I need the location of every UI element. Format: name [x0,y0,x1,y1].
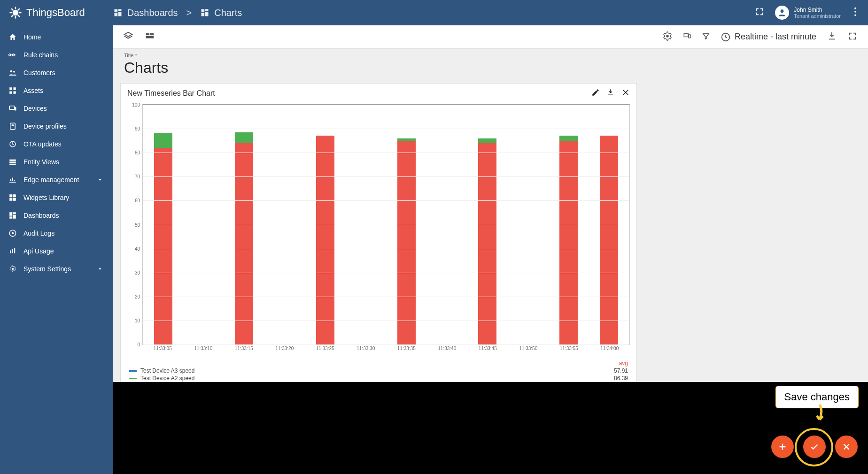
legend-avg: 57.91 [614,367,628,374]
svg-rect-41 [146,33,149,35]
ytick: 80 [130,150,143,155]
ytick: 10 [130,318,143,323]
entity-aliases-button[interactable] [683,32,691,42]
sidebar-item-audit-logs[interactable]: Audit Logs [0,224,113,242]
ytick: 60 [130,198,143,203]
sidebar-item-label: Api Usage [23,247,54,255]
fullscreen-button[interactable] [754,7,765,19]
svg-point-11 [854,11,856,13]
svg-rect-32 [13,212,16,214]
user-role: Tenant administrator [794,13,841,19]
sidebar-item-customers[interactable]: Customers [0,64,113,82]
layers-button[interactable] [123,31,133,43]
bar-a1 [235,143,253,344]
ytick: 50 [130,222,143,227]
page-title[interactable]: Charts [124,59,862,76]
export-button[interactable] [827,31,837,43]
sidebar-item-system-settings[interactable]: System Settings [0,260,113,278]
sidebar-item-label: OTA updates [23,140,62,148]
svg-rect-21 [10,123,16,130]
sidebar-item-label: Entity Views [23,158,59,166]
ota-icon [8,140,17,148]
timewindow-button[interactable]: Realtime - last minute [721,32,816,42]
clock-icon [721,32,731,42]
person-icon [777,8,787,17]
widget-edit-button[interactable] [591,88,600,99]
chart-widget: New Timeseries Bar Chart 010203040506070… [120,83,637,395]
sidebar-item-ota-updates[interactable]: OTA updates [0,135,113,153]
xtick: 11:33:30 [356,346,375,351]
filter-button[interactable] [702,32,710,42]
widget-delete-button[interactable] [621,88,630,99]
xtick: 11:33:20 [275,346,294,351]
user-name: John Smith [794,7,841,13]
api-usage-icon [8,247,17,255]
brand[interactable]: ThingsBoard [8,6,85,20]
sidebar-item-label: Rule chains [23,51,58,59]
legend-row[interactable]: Test Device A3 speed57.91 [129,367,628,374]
user-chip[interactable]: John Smith Tenant administrator [775,6,841,20]
arrow-icon [813,404,827,422]
widget-export-button[interactable] [606,88,615,99]
fullscreen-dashboard-button[interactable] [847,31,858,43]
bar-a2 [235,132,253,143]
sidebar: Home Rule chains Customers Assets Device… [0,25,113,474]
sidebar-item-widgets-library[interactable]: Widgets Library [0,189,113,206]
sidebar-item-home[interactable]: Home [0,28,113,46]
gear-icon [8,265,17,273]
xtick: 11:33:05 [154,346,172,351]
discard-changes-button[interactable] [835,436,858,458]
svg-rect-46 [689,35,690,38]
sidebar-item-assets[interactable]: Assets [0,82,113,99]
sidebar-item-dashboards[interactable]: Dashboards [0,206,113,224]
sidebar-item-rule-chains[interactable]: Rule chains [0,46,113,64]
svg-rect-37 [10,251,11,253]
svg-rect-29 [9,198,12,201]
tooltip-arrow [813,404,827,424]
dashboards-icon [8,211,17,220]
sidebar-item-label: Assets [23,87,43,94]
svg-point-13 [10,70,13,73]
widget-title: New Timeseries Bar Chart [127,89,215,98]
sidebar-item-device-profiles[interactable]: Device profiles [0,117,113,135]
svg-rect-43 [146,36,154,38]
legend-row[interactable]: Test Device A2 speed86.39 [129,375,628,382]
svg-rect-33 [13,215,16,219]
layers-icon [123,31,133,41]
add-widget-button[interactable] [771,436,794,458]
breadcrumb-item1-label: Dashboards [127,8,178,18]
more-vert-icon [854,7,857,17]
svg-rect-31 [9,212,12,216]
avatar [775,6,789,20]
fullscreen-icon [754,7,765,17]
ytick: 40 [130,246,143,251]
bar-a1 [397,141,416,344]
ytick: 100 [130,102,143,107]
more-menu-button[interactable] [851,4,860,22]
svg-rect-6 [205,9,209,11]
audit-icon [8,229,17,237]
svg-rect-34 [9,216,12,219]
sidebar-item-api-usage[interactable]: Api Usage [0,242,113,260]
sidebar-item-devices[interactable]: Devices [0,99,113,117]
ytick: 0 [130,342,143,347]
breadcrumb-dashboards[interactable]: Dashboards [113,8,178,18]
sidebar-item-edge-management[interactable]: Edge management [0,171,113,189]
top-header: ThingsBoard Dashboards > Charts John Smi… [0,0,868,25]
close-icon [621,88,630,97]
check-icon [809,442,820,452]
bar-a1 [478,143,496,344]
save-changes-button[interactable] [803,436,826,458]
settings-button[interactable] [662,31,673,43]
svg-rect-19 [9,106,15,110]
svg-rect-5 [202,9,205,13]
svg-rect-30 [13,198,16,201]
layout-button[interactable] [145,31,155,43]
close-icon [841,442,852,452]
svg-rect-1 [114,9,117,13]
svg-rect-17 [9,92,12,94]
assets-icon [8,86,17,95]
sidebar-item-entity-views[interactable]: Entity Views [0,153,113,171]
sidebar-item-label: Edge management [23,176,79,183]
legend-name: Test Device A2 speed [140,375,194,382]
